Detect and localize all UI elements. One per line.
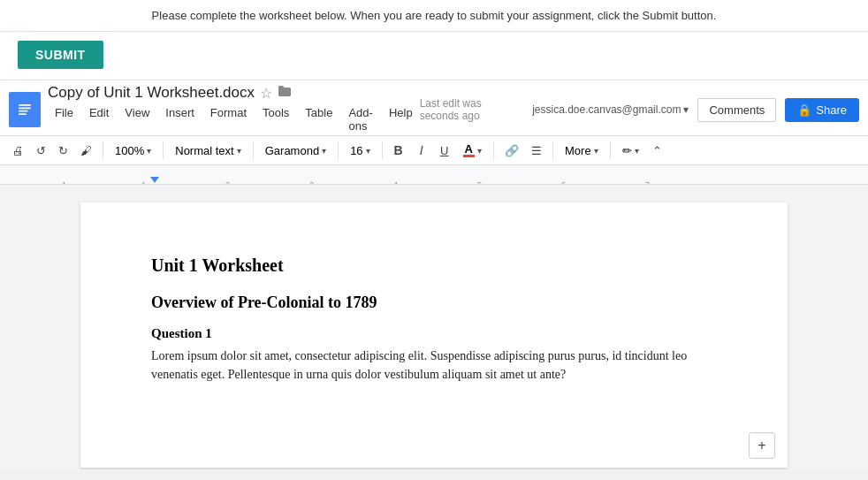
toolbar-sep-5 [382,141,383,159]
link-button[interactable]: 🔗 [499,141,524,161]
user-email[interactable]: jessica.doe.canvas@gmail.com ▾ [532,103,689,116]
fontsize-caret-icon: ▾ [366,146,370,156]
docs-body[interactable]: Unit 1 Worksheet Overview of Pre-Colonia… [0,185,868,472]
banner-text: Please complete the worksheet below. Whe… [152,9,717,22]
menu-file[interactable]: File [48,103,80,135]
ruler-mark-7: 7 [645,180,650,186]
undo-button[interactable]: ↺ [31,141,51,161]
submit-button[interactable]: SUBMIT [18,41,103,69]
dropdown-caret-icon: ▾ [683,103,689,116]
svg-rect-1 [19,104,31,106]
font-caret-icon: ▾ [322,146,326,156]
zoom-value: 100% [115,144,144,157]
bold-icon: B [394,143,403,157]
share-button[interactable]: 🔒 Share [785,98,859,122]
zoom-plus-icon: + [758,438,765,453]
menu-help[interactable]: Help [382,103,420,135]
toolbar-sep-7 [552,141,553,159]
style-caret-icon: ▾ [237,146,241,156]
document-question-label: Question 1 [151,326,717,341]
last-edit-text: Last edit was seconds ago [420,97,524,122]
collapse-toolbar-button[interactable]: ⌃ [647,141,667,161]
underline-icon: U [440,144,448,157]
paint-format-button[interactable]: 🖌 [75,141,97,161]
toolbar-sep-3 [253,141,254,159]
docs-ruler: 1 1 2 3 4 5 6 7 [0,165,868,185]
ruler-tab [150,177,159,183]
toolbar-sep-1 [103,141,103,159]
menu-edit[interactable]: Edit [82,103,116,135]
docs-filename: Copy of Unit 1 Worksheet.docx [48,84,255,102]
docs-toolbar: 🖨 ↺ ↻ 🖌 100% ▾ Normal text ▾ Garamond ▾ [0,136,868,165]
color-caret-icon: ▾ [477,146,482,156]
redo-button[interactable]: ↻ [53,141,73,161]
ruler-mark-0: 1 [62,180,66,186]
toolbar-sep-8 [610,141,611,159]
folder-icon[interactable] [278,85,292,101]
svg-rect-3 [19,110,27,112]
print-icon: 🖨 [12,144,24,157]
svg-rect-0 [16,98,34,121]
comment-icon: ☰ [531,144,542,157]
ruler-mark-4: 4 [393,180,398,186]
zoom-caret-icon: ▾ [147,146,151,156]
top-banner: Please complete the worksheet below. Whe… [0,0,868,32]
menu-addons[interactable]: Add-ons [341,103,379,135]
document-heading1: Unit 1 Worksheet [151,255,717,276]
comment-button[interactable]: ☰ [526,141,547,161]
more-caret-icon: ▾ [594,146,598,156]
underline-button[interactable]: U [434,140,455,161]
ruler-mark-3: 3 [309,180,314,186]
toolbar-sep-6 [493,141,494,159]
pencil-dropdown[interactable]: ✏ ▾ [616,141,645,160]
text-color-dropdown[interactable]: A ▾ [457,141,488,160]
font-value: Garamond [265,144,319,157]
menu-format[interactable]: Format [203,103,254,135]
pencil-icon: ✏ [622,144,632,157]
link-icon: 🔗 [505,144,519,157]
menu-view[interactable]: View [118,103,156,135]
more-dropdown[interactable]: More ▾ [559,141,605,160]
docs-title-area: Copy of Unit 1 Worksheet.docx ☆ File Edi… [48,84,420,135]
ruler-mark-2: 2 [225,180,230,186]
undo-icon: ↺ [36,144,46,157]
menu-tools[interactable]: Tools [255,103,296,135]
docs-header-right: Last edit was seconds ago jessica.doe.ca… [420,97,859,122]
docs-menu: File Edit View Insert Format Tools Table… [48,103,420,135]
bold-button[interactable]: B [388,140,409,161]
document-heading2: Overview of Pre-Colonial to 1789 [151,293,717,312]
lock-icon: 🔒 [797,103,811,117]
italic-icon: I [420,143,423,157]
zoom-dropdown[interactable]: 100% ▾ [109,141,157,160]
docs-app-icon [9,92,41,127]
svg-rect-4 [19,113,27,115]
docs-page: Unit 1 Worksheet Overview of Pre-Colonia… [80,202,788,468]
star-icon[interactable]: ☆ [260,85,272,102]
ruler-mark-6: 6 [561,180,566,186]
font-dropdown[interactable]: Garamond ▾ [259,141,332,160]
document-body-text: Lorem ipsum dolor sit amet, consectetur … [151,347,717,384]
toolbar-sep-4 [338,141,339,159]
paint-format-icon: 🖌 [80,144,92,157]
docs-wrapper: Copy of Unit 1 Worksheet.docx ☆ File Edi… [0,80,868,472]
redo-icon: ↻ [58,144,68,157]
pencil-caret-icon: ▾ [635,146,639,156]
svg-rect-2 [19,107,31,109]
style-value: Normal text [175,144,233,157]
print-button[interactable]: 🖨 [7,141,29,161]
menu-table[interactable]: Table [298,103,339,135]
zoom-page-button[interactable]: + [749,432,775,459]
ruler-mark-5: 5 [477,180,482,186]
docs-title-row: Copy of Unit 1 Worksheet.docx ☆ [48,84,420,102]
fontsize-dropdown[interactable]: 16 ▾ [344,141,376,160]
fontsize-value: 16 [350,144,362,157]
comments-button[interactable]: Comments [697,98,776,122]
chevron-up-icon: ⌃ [652,144,662,157]
style-dropdown[interactable]: Normal text ▾ [169,141,247,160]
docs-header: Copy of Unit 1 Worksheet.docx ☆ File Edi… [0,80,868,136]
italic-button[interactable]: I [411,140,432,161]
docs-header-left: Copy of Unit 1 Worksheet.docx ☆ File Edi… [9,84,420,135]
menu-insert[interactable]: Insert [158,103,202,135]
submit-area: SUBMIT [0,32,868,80]
ruler-mark-1: 1 [141,180,146,186]
